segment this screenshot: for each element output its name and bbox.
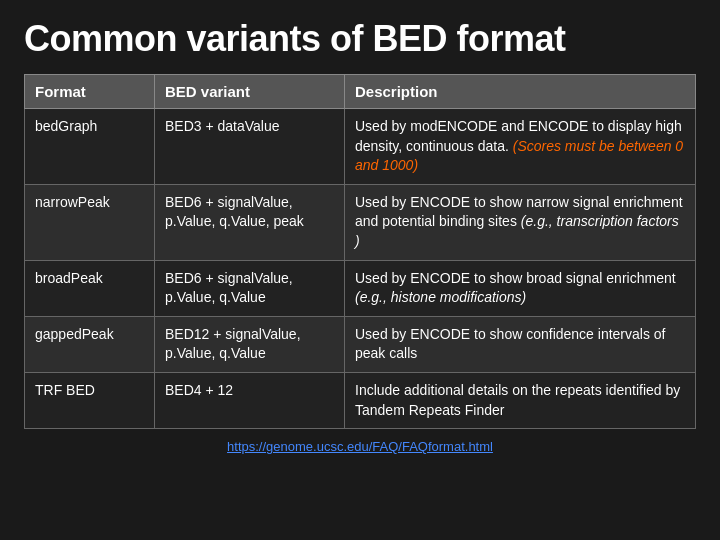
variants-table: Format BED variant Description bedGraphB…: [24, 74, 696, 429]
cell-format: TRF BED: [25, 372, 155, 428]
cell-format: bedGraph: [25, 109, 155, 185]
cell-bed-variant: BED12 + signalValue,p.Value, q.Value: [155, 316, 345, 372]
highlight-text: (Scores must be between 0 and 1000): [355, 138, 683, 174]
cell-description: Include additional details on the repeat…: [345, 372, 696, 428]
cell-format: narrowPeak: [25, 184, 155, 260]
italic-text: (e.g., transcription factors ): [355, 213, 679, 249]
cell-description: Used by ENCODE to show broad signal enri…: [345, 260, 696, 316]
col-header-format: Format: [25, 75, 155, 109]
table-row: broadPeakBED6 + signalValue,p.Value, q.V…: [25, 260, 696, 316]
cell-description: Used by ENCODE to show narrow signal enr…: [345, 184, 696, 260]
cell-description: Used by ENCODE to show confidence interv…: [345, 316, 696, 372]
cell-bed-variant: BED6 + signalValue,p.Value, q.Value: [155, 260, 345, 316]
italic-text: (e.g., histone modifications): [355, 289, 526, 305]
table-row: narrowPeakBED6 + signalValue,p.Value, q.…: [25, 184, 696, 260]
cell-bed-variant: BED3 + dataValue: [155, 109, 345, 185]
col-header-bed-variant: BED variant: [155, 75, 345, 109]
table-row: gappedPeakBED12 + signalValue,p.Value, q…: [25, 316, 696, 372]
cell-bed-variant: BED4 + 12: [155, 372, 345, 428]
page-title: Common variants of BED format: [24, 18, 696, 60]
cell-description: Used by modENCODE and ENCODE to display …: [345, 109, 696, 185]
table-row: bedGraphBED3 + dataValueUsed by modENCOD…: [25, 109, 696, 185]
col-header-description: Description: [345, 75, 696, 109]
cell-bed-variant: BED6 + signalValue,p.Value, q.Value, pea…: [155, 184, 345, 260]
page: Common variants of BED format Format BED…: [0, 0, 720, 540]
table-row: TRF BEDBED4 + 12Include additional detai…: [25, 372, 696, 428]
footer-link-container: https://genome.ucsc.edu/FAQ/FAQformat.ht…: [24, 439, 696, 454]
cell-format: gappedPeak: [25, 316, 155, 372]
footer-link[interactable]: https://genome.ucsc.edu/FAQ/FAQformat.ht…: [227, 439, 493, 454]
cell-format: broadPeak: [25, 260, 155, 316]
